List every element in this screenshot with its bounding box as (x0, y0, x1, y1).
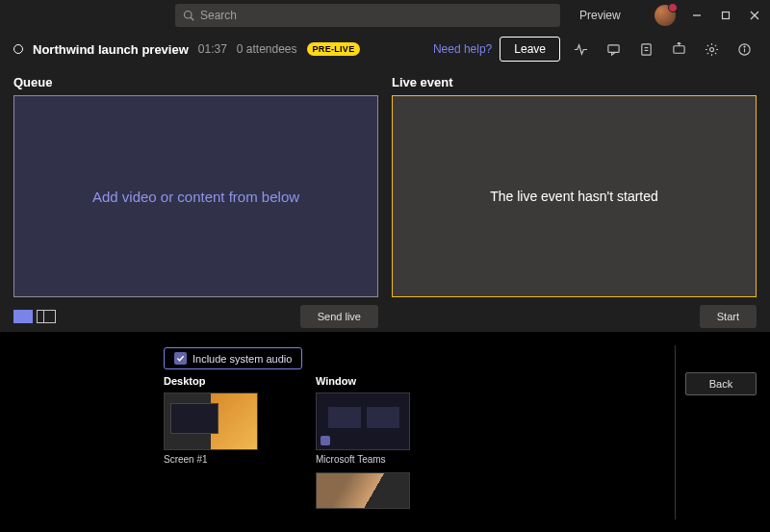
send-live-button[interactable]: Send live (300, 305, 378, 328)
live-preview: The live event hasn't started (392, 95, 757, 297)
svg-rect-3 (723, 13, 730, 19)
record-indicator-icon (13, 44, 23, 54)
window-controls (654, 4, 770, 27)
start-button[interactable]: Start (700, 305, 757, 328)
close-button[interactable] (743, 4, 766, 27)
svg-rect-10 (673, 45, 683, 53)
layout-single[interactable] (13, 310, 33, 323)
status-badge: PRE-LIVE (307, 42, 361, 56)
share-icon[interactable] (666, 37, 691, 62)
help-link[interactable]: Need help? (433, 42, 492, 56)
mode-label: Preview (579, 9, 621, 22)
teams-window-thumb[interactable] (316, 393, 410, 450)
queue-drop-area[interactable]: Add video or content from below (13, 95, 378, 297)
svg-line-1 (191, 17, 193, 20)
event-header: Northwind launch preview 01:37 0 attende… (0, 31, 770, 67)
qa-icon[interactable] (601, 37, 626, 62)
back-button[interactable]: Back (685, 372, 757, 395)
live-title: Live event (392, 75, 757, 89)
elapsed-time: 01:37 (198, 42, 227, 56)
desktop-heading: Desktop (164, 375, 258, 387)
titlebar: Search Preview (0, 0, 770, 31)
queue-title: Queue (13, 75, 378, 89)
svg-rect-6 (607, 44, 618, 52)
search-icon (183, 10, 194, 21)
include-audio-label: Include system audio (192, 353, 292, 365)
avatar[interactable] (654, 5, 676, 26)
live-panel: Live event The live event hasn't started… (392, 75, 757, 328)
maximize-button[interactable] (714, 4, 737, 27)
settings-icon[interactable] (699, 37, 724, 62)
info-icon[interactable] (732, 37, 757, 62)
queue-placeholder: Add video or content from below (92, 189, 299, 205)
desktop-column: Desktop Screen #1 (164, 375, 258, 509)
event-title: Northwind launch preview (33, 42, 189, 57)
screen-1-label: Screen #1 (164, 454, 258, 465)
share-tray: Include system audio Desktop Screen #1 W… (0, 332, 770, 519)
search-input[interactable]: Search (175, 4, 560, 27)
queue-panel: Queue Add video or content from below Se… (13, 75, 378, 328)
window-column: Window Microsoft Teams (316, 375, 410, 509)
live-controls: Start (392, 305, 757, 328)
svg-point-11 (709, 47, 713, 51)
svg-rect-7 (641, 43, 650, 54)
health-icon[interactable] (568, 37, 593, 62)
minimize-button[interactable] (685, 4, 708, 27)
divider (675, 345, 676, 519)
attendee-count: 0 attendees (237, 42, 297, 56)
panels-area: Queue Add video or content from below Se… (0, 67, 770, 332)
window-2-thumb[interactable] (316, 472, 410, 509)
screen-1-thumb[interactable] (164, 393, 258, 450)
layout-split[interactable] (37, 310, 56, 323)
svg-point-0 (185, 12, 192, 19)
window-heading: Window (316, 375, 410, 387)
checkbox-checked-icon (174, 352, 187, 365)
layout-toggle (13, 310, 56, 323)
svg-point-14 (743, 45, 744, 46)
teams-window-label: Microsoft Teams (316, 454, 410, 465)
include-system-audio-toggle[interactable]: Include system audio (164, 347, 302, 369)
queue-controls: Send live (13, 305, 378, 328)
live-placeholder: The live event hasn't started (490, 189, 658, 204)
leave-button[interactable]: Leave (500, 37, 560, 62)
search-placeholder: Search (200, 9, 237, 22)
notes-icon[interactable] (633, 37, 658, 62)
